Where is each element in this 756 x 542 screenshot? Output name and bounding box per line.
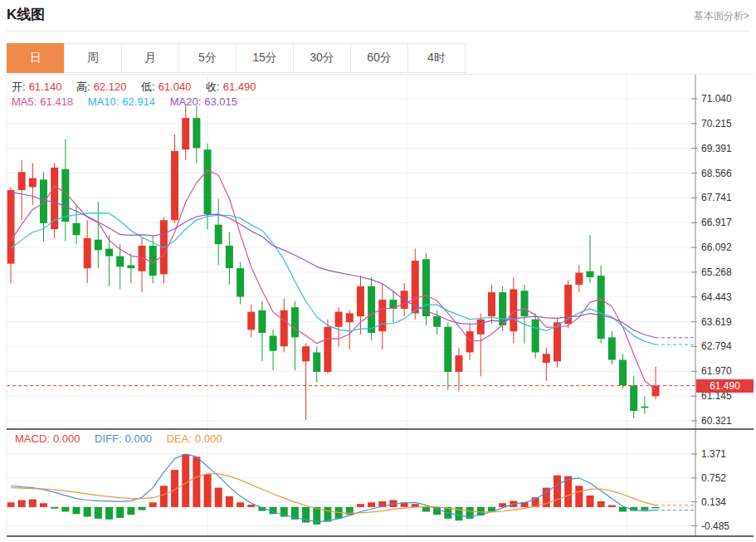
candle-body — [324, 327, 331, 372]
candle[interactable] — [270, 330, 277, 370]
macd-bar — [7, 502, 15, 507]
tab-15分[interactable]: 15分 — [236, 43, 294, 73]
candle[interactable] — [346, 310, 354, 349]
tab-60分[interactable]: 60分 — [350, 43, 408, 73]
macd-bar — [247, 505, 255, 507]
macd-label: MACD: — [15, 432, 50, 445]
candle-body — [422, 259, 430, 316]
macd-bar — [29, 500, 37, 507]
candle[interactable] — [182, 104, 189, 160]
tab-4时[interactable]: 4时 — [407, 43, 466, 73]
candle[interactable] — [95, 203, 102, 269]
candle[interactable] — [258, 301, 266, 361]
candle-body — [378, 300, 386, 331]
fundamental-analysis-link[interactable]: 基本面分析> — [694, 9, 749, 23]
y-axis-label: 61.970 — [701, 365, 732, 377]
candle[interactable] — [444, 322, 451, 389]
candle[interactable] — [139, 238, 146, 292]
candle-body — [247, 312, 255, 330]
candle[interactable] — [247, 305, 255, 338]
tab-5分[interactable]: 5分 — [178, 43, 237, 73]
candle[interactable] — [619, 354, 627, 388]
candle-body — [127, 266, 134, 269]
candle[interactable] — [291, 301, 299, 370]
macd-bar — [237, 502, 244, 507]
dea-value: 0.000 — [195, 432, 222, 445]
candle-body — [532, 320, 539, 353]
candle[interactable] — [61, 139, 69, 242]
y-axis-label: 62.794 — [701, 340, 732, 352]
candle[interactable] — [313, 346, 320, 382]
candle[interactable] — [597, 266, 605, 344]
dea-label: DEA: — [167, 432, 192, 445]
candle[interactable] — [575, 266, 583, 293]
candle-body — [543, 354, 550, 363]
candle-body — [84, 238, 91, 268]
macd-axis-label: 0.752 — [701, 472, 726, 484]
tab-日[interactable]: 日 — [7, 43, 65, 73]
y-axis-label: 64.443 — [701, 291, 732, 303]
macd-axis-label: 1.371 — [701, 448, 726, 460]
candle[interactable] — [84, 220, 91, 283]
candle[interactable] — [455, 348, 462, 391]
candle-body — [564, 285, 572, 324]
candle-body — [302, 346, 310, 361]
tab-月[interactable]: 月 — [121, 43, 179, 73]
page-title: K线图 — [7, 5, 45, 24]
ma10-label: MA10: — [88, 95, 119, 108]
macd-bar — [73, 507, 80, 514]
candle-body — [291, 307, 299, 337]
diff-label: DIFF: — [95, 432, 122, 445]
candle[interactable] — [127, 253, 134, 283]
candle[interactable] — [51, 163, 58, 237]
low-label: 低: — [141, 81, 155, 93]
candle[interactable] — [520, 285, 528, 344]
candle[interactable] — [7, 187, 15, 283]
candle-body — [477, 320, 485, 334]
candle[interactable] — [29, 163, 37, 205]
candle[interactable] — [237, 262, 244, 305]
candle-body — [466, 331, 474, 352]
candle[interactable] — [532, 313, 539, 358]
macd-bar — [95, 507, 102, 519]
y-axis-label: 69.391 — [701, 143, 732, 154]
candle[interactable] — [564, 281, 572, 329]
tab-周[interactable]: 周 — [64, 43, 122, 73]
candle[interactable] — [422, 253, 430, 325]
candle[interactable] — [641, 396, 648, 414]
y-axis-label: 71.040 — [701, 93, 732, 105]
candle-body — [608, 337, 616, 359]
candle[interactable] — [543, 348, 550, 381]
candle[interactable] — [215, 199, 222, 266]
candle[interactable] — [280, 298, 288, 352]
candle[interactable] — [368, 277, 375, 340]
candle[interactable] — [226, 232, 233, 285]
candle-body — [587, 271, 594, 277]
macd-bar — [652, 507, 660, 509]
diff-value: 0.000 — [125, 432, 153, 445]
tab-30分[interactable]: 30分 — [293, 43, 351, 73]
ma-legend: MA5:61.418 MA10:62.914 MA20:63.015 — [12, 95, 249, 108]
low-value: 61.040 — [159, 81, 192, 93]
candle[interactable] — [466, 322, 474, 359]
candle[interactable] — [171, 134, 178, 223]
candle[interactable] — [324, 320, 331, 374]
high-label: 高: — [76, 81, 90, 93]
candle-body — [554, 322, 561, 361]
close-value: 61.490 — [223, 81, 256, 93]
candle[interactable] — [335, 307, 343, 346]
candle[interactable] — [40, 172, 47, 241]
candle[interactable] — [608, 331, 616, 364]
macd-bar — [368, 502, 375, 507]
candle[interactable] — [389, 291, 397, 322]
macd-legend: MACD:0.000 DIFF:0.000 DEA:0.000 — [15, 432, 234, 445]
candle[interactable] — [302, 344, 310, 420]
macd-bar — [160, 486, 168, 507]
candle-body — [226, 246, 233, 268]
candle[interactable] — [587, 235, 594, 283]
candle[interactable] — [378, 283, 386, 349]
candle[interactable] — [18, 160, 26, 220]
candle[interactable] — [193, 106, 200, 164]
candle[interactable] — [630, 376, 637, 418]
macd-bar — [641, 507, 648, 510]
